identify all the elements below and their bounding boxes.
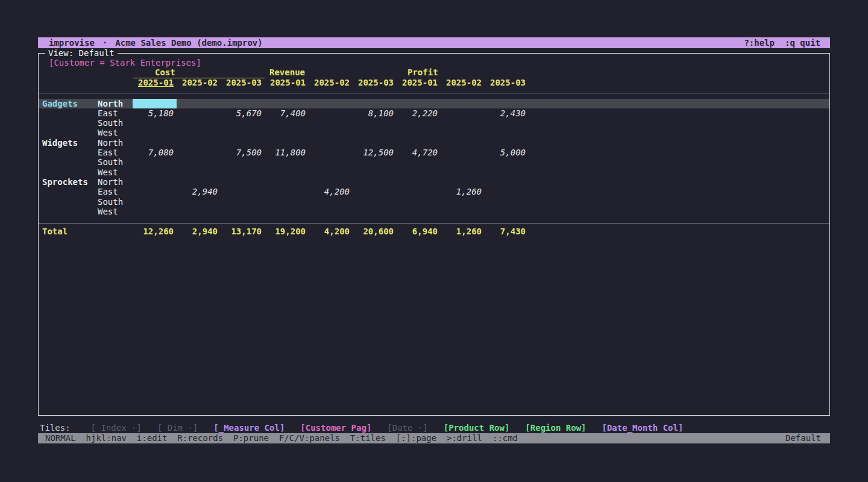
value-cell[interactable] xyxy=(485,128,529,137)
value-cell[interactable] xyxy=(177,157,221,167)
value-cell[interactable] xyxy=(133,197,177,207)
tile[interactable]: [Region Row] xyxy=(525,423,586,433)
value-cell[interactable] xyxy=(485,157,529,167)
table-row[interactable]: South xyxy=(39,197,829,207)
value-cell[interactable] xyxy=(177,148,221,157)
value-cell[interactable] xyxy=(221,138,265,148)
table-row[interactable]: South xyxy=(39,157,829,167)
value-cell[interactable] xyxy=(441,99,485,108)
value-cell[interactable] xyxy=(309,177,353,187)
value-cell[interactable] xyxy=(177,167,221,177)
value-cell[interactable] xyxy=(441,167,485,177)
value-cell[interactable] xyxy=(353,207,397,216)
table-row[interactable]: East 2,940 4,200 1,260 xyxy=(39,187,829,196)
value-cell[interactable] xyxy=(177,108,221,118)
value-cell[interactable] xyxy=(397,138,441,148)
table-row[interactable]: West xyxy=(39,128,829,137)
value-cell[interactable] xyxy=(265,99,309,108)
value-cell[interactable] xyxy=(133,138,177,148)
value-cell[interactable] xyxy=(397,167,441,177)
value-cell[interactable] xyxy=(221,128,265,137)
value-cell[interactable] xyxy=(353,177,397,187)
value-cell[interactable] xyxy=(441,207,485,216)
measure-group-profit[interactable]: Profit xyxy=(397,67,529,78)
value-cell[interactable]: 11,800 xyxy=(265,148,309,157)
value-cell[interactable] xyxy=(309,148,353,157)
value-cell[interactable] xyxy=(133,157,177,167)
table-row[interactable]: West xyxy=(39,207,829,216)
value-cell[interactable] xyxy=(265,118,309,128)
value-cell[interactable] xyxy=(353,157,397,167)
measure-group-cost[interactable]: Cost xyxy=(133,67,265,78)
value-cell[interactable] xyxy=(397,99,441,108)
value-cell[interactable] xyxy=(177,197,221,207)
table-row[interactable]: East 7,080 7,500 11,800 12,500 4,720 5,0… xyxy=(39,148,829,157)
value-cell[interactable] xyxy=(441,108,485,118)
value-cell[interactable]: 12,500 xyxy=(353,148,397,157)
month-col-header[interactable]: 2025-02 xyxy=(441,78,485,87)
value-cell[interactable] xyxy=(221,207,265,216)
value-cell[interactable] xyxy=(397,177,441,187)
value-cell[interactable] xyxy=(265,167,309,177)
value-cell[interactable] xyxy=(133,99,177,108)
value-cell[interactable] xyxy=(221,167,265,177)
value-cell[interactable] xyxy=(133,128,177,137)
tile[interactable]: [Date ·] xyxy=(387,423,427,433)
value-cell[interactable] xyxy=(353,187,397,196)
value-cell[interactable] xyxy=(353,197,397,207)
value-cell[interactable] xyxy=(441,138,485,148)
table-row[interactable]: Widgets North xyxy=(39,138,829,148)
table-row[interactable]: South xyxy=(39,118,829,128)
value-cell[interactable] xyxy=(397,118,441,128)
value-cell[interactable] xyxy=(441,148,485,157)
value-cell[interactable] xyxy=(177,99,221,108)
measure-group-revenue[interactable]: Revenue xyxy=(265,67,397,78)
month-col-header[interactable]: 2025-03 xyxy=(353,78,397,87)
value-cell[interactable] xyxy=(353,99,397,108)
value-cell[interactable] xyxy=(397,187,441,196)
value-cell[interactable] xyxy=(309,197,353,207)
value-cell[interactable] xyxy=(353,128,397,137)
value-cell[interactable] xyxy=(441,177,485,187)
value-cell[interactable] xyxy=(353,167,397,177)
value-cell[interactable]: 4,720 xyxy=(397,148,441,157)
value-cell[interactable]: 7,500 xyxy=(221,148,265,157)
value-cell[interactable]: 2,220 xyxy=(397,108,441,118)
value-cell[interactable] xyxy=(221,157,265,167)
tile[interactable]: [_Measure Col] xyxy=(213,423,285,433)
value-cell[interactable] xyxy=(485,197,529,207)
value-cell[interactable] xyxy=(485,138,529,148)
table-row[interactable]: Sprockets North xyxy=(39,177,829,187)
value-cell[interactable] xyxy=(309,157,353,167)
value-cell[interactable] xyxy=(397,128,441,137)
value-cell[interactable] xyxy=(265,128,309,137)
value-cell[interactable] xyxy=(485,207,529,216)
value-cell[interactable] xyxy=(265,177,309,187)
tile[interactable]: [Customer Pag] xyxy=(300,423,371,433)
table-row[interactable]: Gadgets North xyxy=(39,99,829,108)
value-cell[interactable] xyxy=(485,187,529,196)
value-cell[interactable] xyxy=(309,138,353,148)
value-cell[interactable] xyxy=(177,177,221,187)
value-cell[interactable]: 7,080 xyxy=(133,148,177,157)
value-cell[interactable] xyxy=(485,167,529,177)
filter-badge[interactable]: [Customer = Stark Enterprises] xyxy=(49,58,829,67)
value-cell[interactable] xyxy=(441,118,485,128)
value-cell[interactable]: 5,180 xyxy=(133,108,177,118)
value-cell[interactable]: 1,260 xyxy=(441,187,485,196)
value-cell[interactable] xyxy=(133,118,177,128)
value-cell[interactable] xyxy=(265,197,309,207)
value-cell[interactable] xyxy=(221,99,265,108)
value-cell[interactable] xyxy=(221,187,265,196)
tile[interactable]: [Product Row] xyxy=(444,423,510,433)
month-col-header[interactable]: 2025-01 xyxy=(265,78,309,87)
value-cell[interactable] xyxy=(309,207,353,216)
value-cell[interactable] xyxy=(485,118,529,128)
month-col-header[interactable]: 2025-01 xyxy=(133,78,177,87)
month-col-header[interactable]: 2025-03 xyxy=(221,78,265,87)
value-cell[interactable] xyxy=(265,207,309,216)
value-cell[interactable] xyxy=(177,128,221,137)
value-cell[interactable] xyxy=(353,138,397,148)
value-cell[interactable] xyxy=(133,207,177,216)
value-cell[interactable] xyxy=(133,167,177,177)
